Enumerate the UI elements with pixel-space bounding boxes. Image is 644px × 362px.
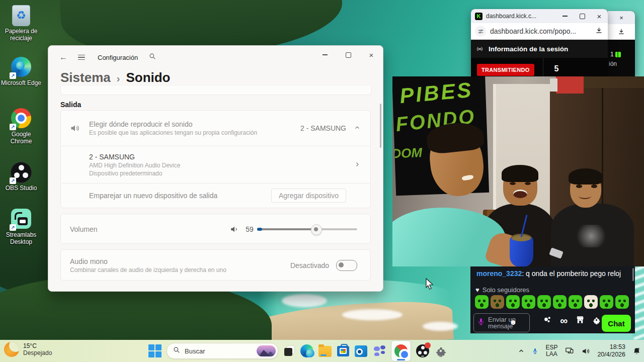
desktop-icon-label: OBS Studio bbox=[0, 185, 42, 192]
open-app-indicator bbox=[439, 355, 442, 357]
taskbar-teams[interactable] bbox=[373, 344, 386, 357]
chat-separator: : bbox=[522, 269, 526, 278]
session-header-text: Información de la sesión bbox=[489, 45, 568, 53]
pair-device-label: Emparejar un nuevo dispositivo de salida bbox=[89, 192, 271, 200]
close-button[interactable]: × bbox=[619, 14, 623, 22]
desktop-icon-chrome[interactable]: ↗ Google Chrome bbox=[0, 108, 42, 145]
tray-chevron-up-icon[interactable] bbox=[518, 347, 525, 354]
white-box bbox=[550, 78, 557, 92]
active-app-indicator bbox=[397, 359, 405, 360]
taskbar-outlook[interactable] bbox=[355, 344, 368, 357]
emote-row bbox=[475, 295, 629, 309]
volume-slider-thumb[interactable] bbox=[311, 224, 322, 235]
volume-slider[interactable] bbox=[257, 228, 357, 230]
bing-daily-image[interactable] bbox=[257, 345, 276, 356]
start-button[interactable] bbox=[148, 344, 162, 357]
chat-username[interactable]: moreno_3232 bbox=[476, 269, 522, 278]
search-icon[interactable] bbox=[149, 53, 156, 62]
taskbar-edge[interactable] bbox=[300, 344, 313, 357]
taskbar-chrome-active[interactable] bbox=[391, 340, 411, 361]
emote-icon[interactable] bbox=[584, 295, 598, 309]
volume-speaker-icon[interactable] bbox=[227, 225, 242, 234]
download-icon[interactable] bbox=[608, 24, 635, 40]
chat-input[interactable]: Enviar un mensaje ☻ bbox=[473, 313, 530, 332]
emote-icon[interactable] bbox=[569, 295, 582, 309]
language-indicator[interactable]: ESP LAA bbox=[545, 344, 557, 357]
tray-mic-icon[interactable] bbox=[532, 347, 538, 355]
emote-icon[interactable] bbox=[522, 295, 535, 309]
eye bbox=[510, 182, 516, 185]
session-info-header: Información de la sesión bbox=[471, 40, 608, 58]
speaker-icon bbox=[61, 123, 89, 133]
desktop-icon-edge[interactable]: ↗ Microsoft Edge bbox=[0, 57, 42, 86]
url-bar[interactable]: dashboard.kick.com/popo... bbox=[490, 27, 595, 35]
gear-icon[interactable] bbox=[592, 316, 601, 326]
shop-icon[interactable] bbox=[576, 315, 585, 326]
desktop-icon-obs[interactable]: ↗ OBS Studio bbox=[0, 162, 42, 192]
settings-scrollbar[interactable] bbox=[380, 104, 381, 148]
emote-icon[interactable] bbox=[506, 295, 520, 309]
taskbar-obs[interactable] bbox=[416, 344, 429, 357]
tray-volume-icon[interactable] bbox=[582, 347, 590, 355]
add-device-button[interactable]: Agregar dispositivo bbox=[271, 189, 346, 203]
output-row-subtitle: Es posible que las aplicaciones tengan s… bbox=[89, 129, 300, 136]
emote-icon[interactable] bbox=[600, 295, 613, 309]
desktop-icon-streamlabs[interactable]: ↗ Streamlabs Desktop bbox=[0, 209, 42, 245]
desktop-icon-label: Google Chrome bbox=[0, 131, 42, 145]
emote-icon[interactable] bbox=[475, 295, 489, 309]
shortcut-arrow-icon: ↗ bbox=[10, 224, 16, 231]
open-app-indicator bbox=[421, 355, 424, 357]
close-button[interactable]: × bbox=[591, 9, 608, 23]
download-icon[interactable] bbox=[595, 27, 603, 36]
chat-send-button[interactable]: Chat bbox=[602, 315, 631, 332]
eye bbox=[591, 185, 597, 188]
tab-title[interactable]: dashboard.kick.c... bbox=[486, 13, 556, 20]
taskbar-weather-widget[interactable]: 15°C Despejado bbox=[4, 342, 52, 357]
mono-toggle[interactable] bbox=[336, 260, 357, 271]
task-view-button[interactable] bbox=[283, 345, 295, 357]
emote-icon[interactable] bbox=[553, 295, 567, 309]
device-detail-row[interactable]: 2 - SAMSUNG AMD High Definition Audio De… bbox=[61, 146, 370, 183]
mouse-cursor bbox=[425, 278, 435, 291]
close-button[interactable]: × bbox=[360, 46, 383, 64]
followers-only-row: ♥ Solo seguidores bbox=[475, 286, 529, 294]
back-arrow-icon[interactable]: ← bbox=[56, 53, 70, 62]
minimize-button[interactable] bbox=[556, 9, 574, 23]
red-box bbox=[556, 76, 584, 94]
site-settings-icon[interactable] bbox=[475, 26, 486, 37]
settings-titlebar[interactable]: ← Configuración × bbox=[48, 46, 383, 69]
desktop-icon-label: Streamlabs Desktop bbox=[0, 231, 42, 245]
volume-label: Volumen bbox=[70, 225, 227, 233]
chat-scrollbar[interactable] bbox=[632, 268, 634, 281]
emote-icon[interactable] bbox=[537, 295, 551, 309]
cast-display-icon[interactable] bbox=[565, 346, 575, 355]
browser-titlebar[interactable]: K dashboard.kick.c... × bbox=[471, 9, 608, 23]
infinity-icon[interactable]: ∞ bbox=[560, 316, 568, 326]
breadcrumb-parent[interactable]: Sistema bbox=[60, 70, 111, 85]
notification-bell-icon[interactable]: z bbox=[632, 347, 641, 355]
volume-value: 59 bbox=[242, 225, 257, 233]
voice-mic-icon[interactable] bbox=[477, 317, 485, 328]
output-device-expander[interactable]: Elegir dónde reproducir el sonido Es pos… bbox=[61, 111, 370, 146]
eye bbox=[525, 182, 531, 185]
stream-chat-panel: moreno_3232: q onda el pomberito pego re… bbox=[470, 266, 635, 333]
person-middle-laugh bbox=[513, 190, 527, 198]
taskbar-search-box[interactable]: Buscar bbox=[167, 343, 278, 359]
browser-toolbar: dashboard.kick.com/popo... bbox=[471, 23, 608, 40]
hamburger-menu-icon[interactable] bbox=[74, 55, 89, 60]
desktop-icon-recycle-bin[interactable]: ♻ Papelera de reciclaje bbox=[0, 5, 42, 42]
emote-icon[interactable] bbox=[491, 295, 504, 309]
gift-stat: 1 bbox=[610, 51, 621, 58]
taskbar-settings[interactable] bbox=[434, 344, 447, 357]
maximize-button[interactable] bbox=[574, 9, 591, 23]
taskbar-ms-store[interactable] bbox=[337, 344, 350, 357]
clock[interactable]: 18:53 20/4/2026 bbox=[597, 343, 625, 358]
channel-points-icon[interactable] bbox=[542, 315, 552, 327]
minimize-button[interactable] bbox=[313, 46, 337, 64]
emoji-picker-icon[interactable]: ☻ bbox=[509, 318, 517, 326]
maximize-button[interactable] bbox=[337, 46, 360, 64]
background-browser-window[interactable]: × 1 ión bbox=[608, 11, 635, 76]
emote-icon[interactable] bbox=[615, 295, 629, 309]
taskbar-file-explorer[interactable] bbox=[318, 344, 332, 357]
output-device-card: Elegir dónde reproducir el sonido Es pos… bbox=[60, 110, 371, 208]
